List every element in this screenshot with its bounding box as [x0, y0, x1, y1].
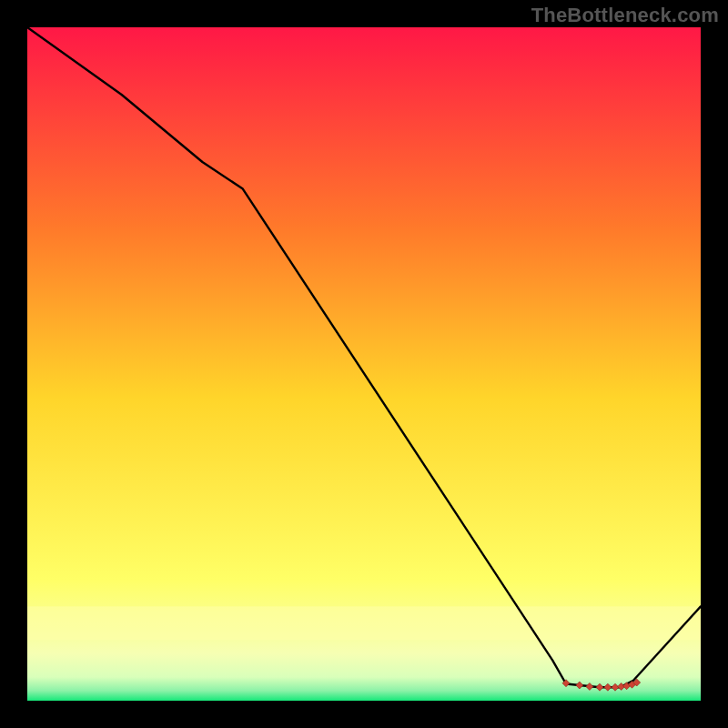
svg-rect-0 [27, 27, 701, 701]
chart-svg [27, 27, 701, 701]
watermark-text: TheBottleneck.com [531, 4, 719, 27]
svg-rect-1 [27, 606, 701, 640]
chart-plot-area [27, 27, 701, 701]
chart-frame: TheBottleneck.com [0, 0, 728, 728]
